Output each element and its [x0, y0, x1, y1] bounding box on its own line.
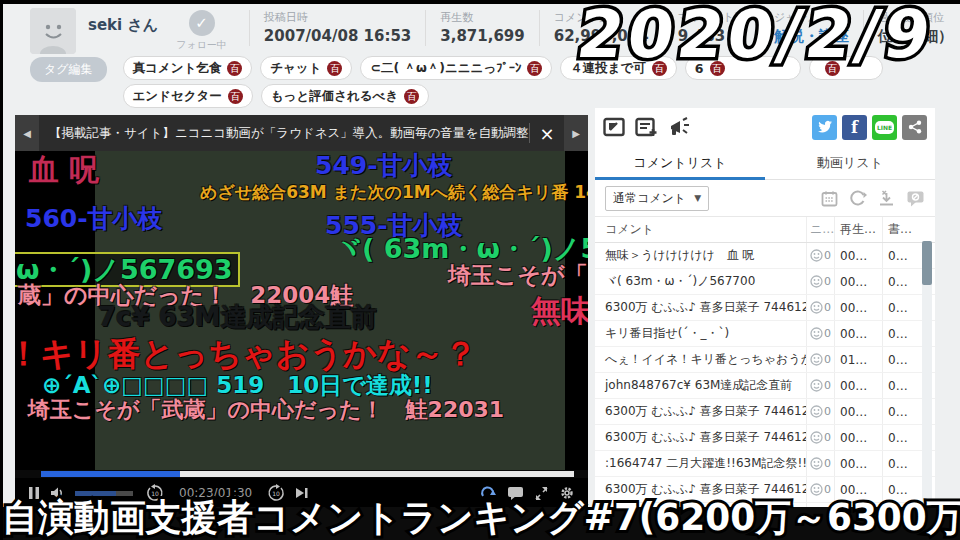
- nicoru-count: 0: [824, 353, 831, 366]
- comment-row[interactable]: john848767c¥ 63M達成記念直前 0 00… 0…: [595, 373, 935, 399]
- comment-row[interactable]: 6300万 むふふ♪ 喜多日菜子 7446124 0 00… 0…: [595, 425, 935, 451]
- comment-filter-select[interactable]: 通常コメント ▼: [605, 186, 709, 211]
- banner-prev-button[interactable]: ◀: [15, 115, 39, 151]
- video-comment-overlay: ⊕´A`⊕□□□□ 519 10日で達成!!: [42, 372, 433, 398]
- line-share-button[interactable]: LINE: [872, 115, 897, 140]
- page-background: seki さん ✓ フォロー中 投稿日時 2007/04/08 16:53 再生…: [0, 0, 960, 540]
- nicoru-cell[interactable]: 0: [806, 295, 834, 320]
- hyaku-badge[interactable]: 百: [227, 61, 242, 76]
- tag[interactable]: ⊂二( ＾ω＾)ニニニっﾌﾟｰﾝ 百: [360, 56, 552, 80]
- col-written[interactable]: 書…: [882, 217, 921, 242]
- written-cell: 0…: [882, 451, 921, 476]
- video-comment-overlay: ヾ( 63m・ω・´)ノ56: [335, 233, 588, 264]
- date-overlay: 2020/2/9: [573, 0, 940, 73]
- banner-close-button[interactable]: ×: [530, 123, 564, 144]
- letterbox-top: [0, 0, 960, 4]
- nicoru-cell[interactable]: 0: [806, 269, 834, 294]
- follow-status[interactable]: ✓ フォロー中: [176, 10, 227, 52]
- nicoru-count: 0: [824, 275, 831, 288]
- video-title-caption: 自演動画支援者コメントランキング#7(6200万～6300万): [2, 493, 960, 540]
- nicoru-count: 0: [824, 327, 831, 340]
- follow-check-icon: ✓: [189, 10, 215, 36]
- tag[interactable]: エンドセクター 百: [123, 84, 253, 108]
- seek-track[interactable]: [41, 471, 574, 477]
- stat-label: 再生数: [440, 10, 524, 25]
- playtime-cell: 00…: [834, 321, 882, 346]
- col-comment[interactable]: コメント: [595, 221, 806, 238]
- twitter-share-button[interactable]: [812, 115, 837, 140]
- banner-next-button[interactable]: ▶: [564, 115, 588, 151]
- comment-text: 無味＞うけけけけけ 血 呪: [595, 247, 806, 264]
- add-to-mylist-icon[interactable]: [635, 117, 658, 137]
- caret-down-icon: ▼: [694, 193, 701, 203]
- tag[interactable]: 真コメント乞食 百: [123, 56, 253, 80]
- nicoru-cell[interactable]: 0: [806, 243, 834, 268]
- nicoru-smiley-icon: [810, 275, 823, 288]
- panel-tab[interactable]: コメントリスト: [595, 146, 765, 179]
- quote-clip-icon[interactable]: [603, 117, 625, 137]
- playtime-cell: 00…: [834, 295, 882, 320]
- hyaku-badge[interactable]: 百: [404, 89, 419, 104]
- hyaku-badge[interactable]: 百: [527, 61, 542, 76]
- written-cell: 0…: [882, 347, 921, 372]
- comment-row[interactable]: へぇ！イイネ！キリ番とっちゃおうかな～？ 0 01… 0…: [595, 347, 935, 373]
- written-cell: 0…: [882, 425, 921, 450]
- nicoru-cell[interactable]: 0: [806, 321, 834, 346]
- comment-row[interactable]: キリ番目指せ(´・_・`) 0 00… 0…: [595, 321, 935, 347]
- comment-row[interactable]: ヾ( 63m・ω・´)ノ567700 0 00… 0…: [595, 269, 935, 295]
- tag-label: チャット: [270, 60, 321, 77]
- tag[interactable]: もっと評価されるべき 百: [261, 84, 429, 108]
- written-cell: 0…: [882, 399, 921, 424]
- written-cell: 0…: [882, 243, 921, 268]
- calendar-icon[interactable]: [821, 190, 838, 207]
- playtime-cell: 00…: [834, 243, 882, 268]
- nicoru-cell[interactable]: 0: [806, 373, 834, 398]
- tag-label: 真コメント乞食: [133, 60, 222, 77]
- written-cell: 0…: [882, 295, 921, 320]
- comment-row[interactable]: :1664747 二月大躍進!!63M記念祭!! 0 00… 0…: [595, 451, 935, 477]
- nicoru-cell[interactable]: 0: [806, 451, 834, 476]
- download-off-icon[interactable]: [878, 190, 895, 207]
- refresh-icon[interactable]: [849, 190, 867, 207]
- panel-scrollbar[interactable]: [922, 241, 932, 505]
- follow-label: フォロー中: [176, 38, 227, 52]
- video-frame[interactable]: 血 呪 549-甘小枝 めざせ総合63M また次の1Mへ続く総合キリ番 1470…: [15, 151, 588, 470]
- comment-text: 6300万 むふふ♪ 喜多日菜子 7446126: [595, 299, 806, 316]
- hyaku-badge[interactable]: 百: [327, 61, 342, 76]
- video-player: ◀ 【掲載記事・サイト】ニコニコ動画が「ラウドネス」導入。動画毎の音量を自動調整…: [15, 115, 588, 508]
- nicoru-cell[interactable]: 0: [806, 425, 834, 450]
- nicoad-megaphone-icon[interactable]: [668, 117, 692, 138]
- tag-edit-button[interactable]: タグ編集: [30, 57, 107, 82]
- comment-row[interactable]: 6300万 むふふ♪ 喜多日菜子 7446126 0 00… 0…: [595, 295, 935, 321]
- news-banner: ◀ 【掲載記事・サイト】ニコニコ動画が「ラウドネス」導入。動画毎の音量を自動調整…: [15, 115, 588, 151]
- playtime-cell: 00…: [834, 399, 882, 424]
- nicoru-cell[interactable]: 0: [806, 347, 834, 372]
- panel-scrollbar-thumb[interactable]: [922, 241, 932, 285]
- seek-bar[interactable]: [15, 470, 588, 478]
- col-playtime[interactable]: 再生…: [834, 217, 882, 242]
- ng-comment-icon[interactable]: [906, 190, 925, 207]
- col-nicoru[interactable]: ニ…: [806, 217, 834, 242]
- uploader-name[interactable]: seki さん: [88, 16, 158, 35]
- banner-text[interactable]: 【掲載記事・サイト】ニコニコ動画が「ラウドネス」導入。動画毎の音量を自動調整: [39, 125, 529, 142]
- hyaku-badge[interactable]: 百: [228, 89, 243, 104]
- playtime-cell: 00…: [834, 425, 882, 450]
- comment-table-header: コメント ニ… 再生… 書…: [595, 216, 935, 243]
- comment-row[interactable]: 無味＞うけけけけけ 血 呪 0 00… 0…: [595, 243, 935, 269]
- playtime-cell: 00…: [834, 451, 882, 476]
- stat-label: 投稿日時: [264, 10, 411, 25]
- video-comment-overlay: 無味: [531, 294, 588, 329]
- uploader-avatar[interactable]: [30, 8, 76, 54]
- comment-row[interactable]: 6300万 むふふ♪ 喜多日菜子 7446125 0 00… 0…: [595, 399, 935, 425]
- tag-row-2: エンドセクター 百 もっと評価されるべき 百: [123, 84, 891, 108]
- comment-text: へぇ！イイネ！キリ番とっちゃおうかな～？: [595, 351, 806, 368]
- nicoru-count: 0: [824, 405, 831, 418]
- facebook-share-button[interactable]: f: [842, 115, 867, 140]
- panel-tab[interactable]: 動画リスト: [765, 146, 935, 179]
- tag[interactable]: チャット 百: [260, 56, 352, 80]
- comment-text: キリ番目指せ(´・_・`): [595, 325, 806, 342]
- share-button[interactable]: [902, 115, 927, 140]
- nicoru-smiley-icon: [810, 431, 823, 444]
- nicoru-cell[interactable]: 0: [806, 399, 834, 424]
- video-comment-overlay: 埼玉こそが「武蔵」の中心だった！ 鮭22031: [28, 397, 504, 422]
